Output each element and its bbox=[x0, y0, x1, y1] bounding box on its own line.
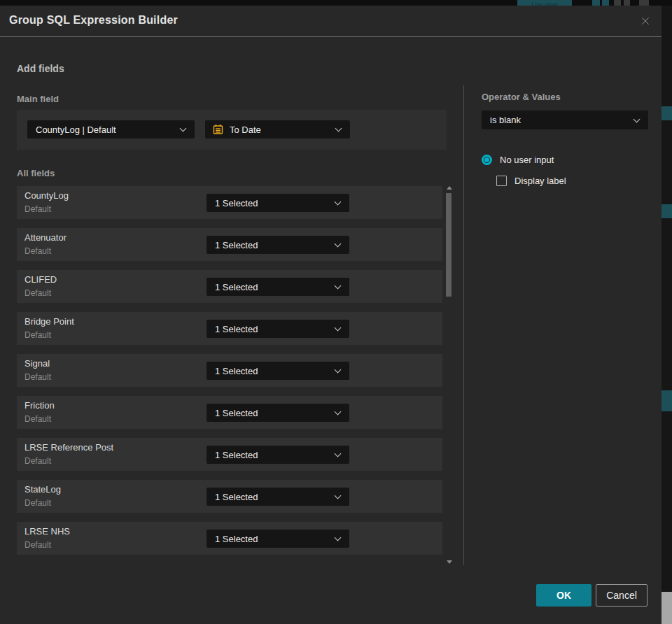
field-row: CountyLog Default 1 Selected bbox=[17, 186, 442, 219]
chevron-down-icon bbox=[180, 125, 187, 132]
chevron-down-icon bbox=[335, 492, 342, 499]
field-selection-dropdown[interactable]: 1 Selected bbox=[206, 446, 349, 464]
chevron-down-icon bbox=[335, 325, 342, 332]
field-name: LRSE NHS bbox=[24, 526, 70, 537]
main-field-dropdown-value: CountyLog | Default bbox=[27, 125, 116, 135]
chevron-down-icon bbox=[335, 451, 342, 458]
scroll-up-icon[interactable] bbox=[447, 186, 452, 190]
background-fragment bbox=[602, 0, 609, 6]
field-type-label: Default bbox=[24, 372, 51, 382]
chevron-down-icon bbox=[335, 199, 342, 206]
field-selection-value: 1 Selected bbox=[206, 324, 258, 334]
field-row: Attenuator Default 1 Selected bbox=[17, 228, 442, 261]
field-type-label: Default bbox=[24, 540, 51, 550]
chevron-down-icon bbox=[335, 409, 342, 416]
field-selection-dropdown[interactable]: 1 Selected bbox=[206, 404, 349, 422]
display-label-checkbox[interactable]: Display label bbox=[496, 176, 566, 186]
ok-button[interactable]: OK bbox=[536, 584, 592, 607]
field-type-label: Default bbox=[24, 246, 51, 256]
background-fragment bbox=[662, 592, 672, 624]
background-fragment bbox=[662, 106, 672, 120]
screen: Live view Group SQL Expression Builder A… bbox=[0, 0, 672, 624]
field-row: Bridge Point Default 1 Selected bbox=[17, 312, 442, 345]
dialog-title: Group SQL Expression Builder bbox=[9, 14, 178, 27]
background-right-strip bbox=[662, 6, 672, 624]
field-row: CLIFED Default 1 Selected bbox=[17, 270, 442, 303]
background-fragment bbox=[592, 0, 600, 6]
all-fields-label: All fields bbox=[17, 168, 55, 178]
dialog-header: Group SQL Expression Builder bbox=[0, 6, 662, 37]
background-fragment bbox=[614, 0, 621, 6]
field-row: LRSE NHS Default 1 Selected bbox=[17, 522, 442, 555]
background-fragment bbox=[662, 204, 672, 218]
field-selection-dropdown[interactable]: 1 Selected bbox=[206, 320, 349, 338]
close-button[interactable] bbox=[636, 12, 654, 30]
field-name: StateLog bbox=[24, 484, 61, 495]
operator-values-heading: Operator & Values bbox=[482, 92, 561, 102]
field-type-label: Default bbox=[24, 498, 51, 508]
field-selection-value: 1 Selected bbox=[206, 408, 258, 418]
field-selection-value: 1 Selected bbox=[206, 450, 258, 460]
main-field-label: Main field bbox=[17, 94, 59, 104]
chevron-down-icon bbox=[335, 534, 342, 541]
display-label-text: Display label bbox=[514, 176, 566, 186]
field-row: Friction Default 1 Selected bbox=[17, 396, 442, 429]
chevron-down-icon bbox=[335, 367, 342, 374]
fields-list-scrollbar[interactable] bbox=[445, 185, 453, 565]
chevron-down-icon bbox=[634, 115, 640, 122]
scrollbar-thumb[interactable] bbox=[446, 193, 451, 297]
close-icon bbox=[640, 15, 650, 27]
live-view-button-fragment[interactable]: Live view bbox=[517, 0, 572, 6]
checkbox-unchecked-icon bbox=[496, 176, 507, 186]
operator-dropdown-value: is blank bbox=[482, 115, 521, 125]
no-user-input-label: No user input bbox=[500, 155, 554, 165]
field-type-dropdown[interactable]: To Date bbox=[205, 120, 350, 139]
field-name: Attenuator bbox=[24, 232, 66, 243]
cancel-button[interactable]: Cancel bbox=[596, 584, 648, 607]
field-selection-value: 1 Selected bbox=[206, 366, 258, 376]
field-type-label: Default bbox=[24, 414, 51, 424]
field-selection-dropdown[interactable]: 1 Selected bbox=[206, 530, 349, 548]
field-type-label: Default bbox=[24, 330, 51, 340]
field-selection-value: 1 Selected bbox=[206, 534, 258, 544]
radio-selected-icon bbox=[482, 155, 492, 165]
field-type-dropdown-value: To Date bbox=[223, 125, 261, 135]
background-fragment bbox=[624, 0, 630, 6]
field-name: CountyLog bbox=[24, 190, 69, 201]
field-type-label: Default bbox=[24, 456, 51, 466]
field-name: Bridge Point bbox=[24, 316, 74, 327]
field-selection-dropdown[interactable]: 1 Selected bbox=[206, 362, 349, 380]
field-selection-dropdown[interactable]: 1 Selected bbox=[206, 194, 349, 212]
field-selection-value: 1 Selected bbox=[206, 492, 258, 502]
field-name: LRSE Reference Post bbox=[24, 442, 113, 453]
operator-dropdown[interactable]: is blank bbox=[482, 111, 648, 129]
no-user-input-radio[interactable]: No user input bbox=[482, 155, 554, 165]
group-sql-expression-builder-dialog: Group SQL Expression Builder Add fields … bbox=[0, 6, 662, 624]
field-type-label: Default bbox=[24, 288, 51, 298]
main-field-box: CountyLog | Default To Date bbox=[17, 110, 447, 150]
chevron-down-icon bbox=[335, 283, 342, 290]
add-fields-heading: Add fields bbox=[17, 63, 64, 74]
field-type-label: Default bbox=[24, 204, 51, 214]
main-field-dropdown[interactable]: CountyLog | Default bbox=[27, 120, 195, 139]
field-row: LRSE Reference Post Default 1 Selected bbox=[17, 438, 442, 471]
panel-divider bbox=[463, 85, 464, 565]
field-name: Friction bbox=[24, 400, 55, 411]
field-selection-value: 1 Selected bbox=[206, 198, 258, 208]
field-selection-value: 1 Selected bbox=[206, 240, 258, 250]
scroll-down-icon[interactable] bbox=[447, 560, 452, 564]
field-name: Signal bbox=[24, 358, 50, 369]
field-row: StateLog Default 1 Selected bbox=[17, 480, 442, 513]
field-selection-value: 1 Selected bbox=[206, 282, 258, 292]
field-name: CLIFED bbox=[24, 274, 57, 285]
chevron-down-icon bbox=[335, 241, 342, 248]
date-calendar-icon bbox=[213, 124, 223, 135]
background-fragment bbox=[662, 390, 672, 411]
background-top-strip: Live view bbox=[0, 0, 672, 6]
field-selection-dropdown[interactable]: 1 Selected bbox=[206, 488, 349, 506]
field-selection-dropdown[interactable]: 1 Selected bbox=[206, 278, 349, 296]
field-row: Signal Default 1 Selected bbox=[17, 354, 442, 387]
background-fragment bbox=[639, 0, 649, 6]
field-selection-dropdown[interactable]: 1 Selected bbox=[206, 236, 349, 254]
chevron-down-icon bbox=[335, 125, 342, 132]
